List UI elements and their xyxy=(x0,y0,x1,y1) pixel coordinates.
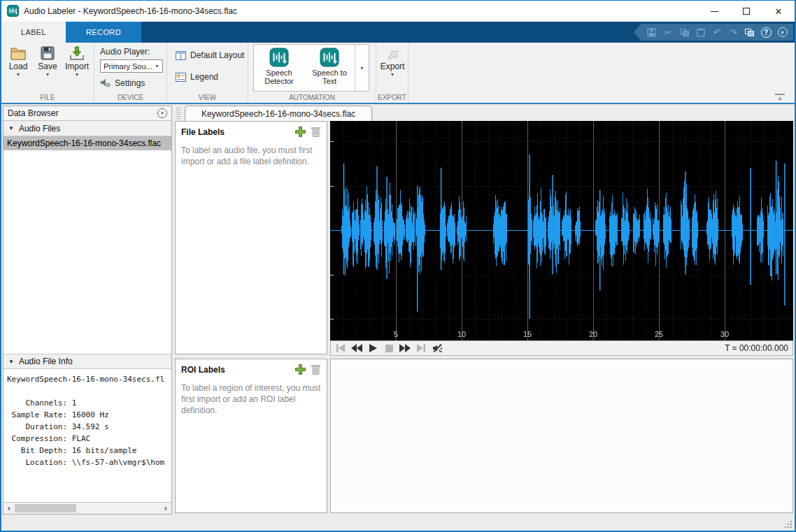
help-icon[interactable]: ? xyxy=(760,27,772,38)
ribbon: Load ▼ Save ▼ Import ▼ FILE Audio Player… xyxy=(1,43,795,103)
tab-record[interactable]: RECORD xyxy=(66,22,141,43)
copy-icon[interactable] xyxy=(678,27,690,38)
roi-labels-panel: ROI Labels To label a region of interest… xyxy=(175,359,327,513)
scrollbar-thumb[interactable] xyxy=(15,504,76,512)
audio-files-list: KeywordSpeech-16-16-mono-34secs.flac xyxy=(3,136,171,354)
export-button[interactable]: Export ▼ xyxy=(377,45,408,77)
save-icon[interactable] xyxy=(646,27,657,38)
window-resize-grip[interactable] xyxy=(784,520,793,529)
redo-icon[interactable]: ↷ xyxy=(727,27,739,38)
window-layout-icon[interactable] xyxy=(744,27,755,38)
roi-labels-title: ROI Labels xyxy=(181,365,225,375)
cut-icon[interactable]: ✂ xyxy=(662,27,674,38)
speech-detector-button[interactable]: Speech Detector xyxy=(254,45,304,91)
audio-player-label: Audio Player: xyxy=(100,47,150,57)
speech-to-text-label: Speech to Text xyxy=(312,69,347,85)
rewind-button[interactable] xyxy=(351,343,362,354)
gallery-caret-icon: ▼ xyxy=(360,66,364,71)
mute-button[interactable] xyxy=(432,343,443,354)
roi-labels-instruction: To label a region of interest, you must … xyxy=(176,375,327,423)
ribbon-group-device: Audio Player: Primary Sou... ▼ Settings … xyxy=(94,43,167,103)
add-file-label-icon[interactable] xyxy=(294,126,306,138)
ribbon-group-file: Load ▼ Save ▼ Import ▼ FILE xyxy=(1,43,94,103)
maximize-button[interactable] xyxy=(730,1,762,22)
undo-glyph: ↶ xyxy=(713,27,721,38)
file-labels-title: File Labels xyxy=(181,127,225,137)
audio-player-select[interactable]: Primary Sou... ▼ xyxy=(100,59,163,73)
playback-toolbar: T = 00:00:00.000 xyxy=(330,340,793,356)
waveform-panel: 51015202530 xyxy=(330,121,793,340)
audio-file-info-section-header[interactable]: ▼ Audio File Info xyxy=(3,354,171,369)
save-button[interactable]: Save ▼ xyxy=(32,45,63,77)
app-icon xyxy=(7,5,19,17)
rewind-icon xyxy=(351,344,362,352)
automation-gallery: Speech Detector Speech to Text ▼ xyxy=(253,44,369,92)
file-labels-instruction: To label an audio file, you must first i… xyxy=(176,138,327,174)
audio-file-list-item[interactable]: KeywordSpeech-16-16-mono-34secs.flac xyxy=(3,136,171,150)
file-labels-panel: File Labels To label an audio file, you … xyxy=(175,121,327,354)
audio-files-section-header[interactable]: ▼ Audio Files xyxy=(3,121,171,136)
document-tab-drag-handle[interactable] xyxy=(176,108,180,119)
document-tab[interactable]: KeywordSpeech-16-16-mono-34secs.flac xyxy=(185,106,372,121)
legend-button[interactable]: Legend xyxy=(176,72,218,82)
delete-file-label-icon[interactable] xyxy=(311,126,321,138)
fast-forward-button[interactable] xyxy=(399,343,411,354)
audio-file-info-text: KeywordSpeech-16-16-mono-34secs.fl Chann… xyxy=(3,369,171,473)
stop-button[interactable] xyxy=(383,343,395,354)
help-glyph: ? xyxy=(761,27,772,38)
automation-gallery-dropdown[interactable]: ▼ xyxy=(355,45,369,91)
export-icon xyxy=(384,45,401,61)
paste-icon[interactable] xyxy=(695,27,706,38)
file-group-caption: FILE xyxy=(1,94,94,101)
ribbon-group-view: Default Layout Legend VIEW xyxy=(167,43,248,103)
layout-icon xyxy=(176,51,186,60)
play-button[interactable] xyxy=(367,343,378,354)
skip-to-start-button[interactable] xyxy=(335,343,346,354)
redo-glyph: ↷ xyxy=(730,27,737,38)
import-button[interactable]: Import ▼ xyxy=(62,45,92,77)
speech-to-text-icon xyxy=(320,48,339,67)
skip-to-end-button[interactable] xyxy=(415,343,427,354)
audio-player-value: Primary Sou... xyxy=(104,62,152,71)
scroll-right-icon[interactable]: › xyxy=(161,503,171,514)
add-roi-label-icon[interactable] xyxy=(294,364,306,375)
import-caret-icon: ▼ xyxy=(75,72,80,77)
close-button[interactable]: ✕ xyxy=(762,1,795,22)
data-browser-menu-icon[interactable]: ▾ xyxy=(157,108,167,118)
delete-roi-label-icon[interactable] xyxy=(311,364,321,375)
collapse-triangle-icon: ▲ xyxy=(777,95,783,101)
import-label: Import xyxy=(65,62,89,71)
data-browser-panel: Data Browser ▾ ▼ Audio Files KeywordSpee… xyxy=(3,106,172,515)
load-button[interactable]: Load ▼ xyxy=(3,45,34,77)
minimize-button[interactable] xyxy=(698,1,730,22)
close-icon: ✕ xyxy=(775,6,783,17)
export-group-caption: EXPORT xyxy=(376,94,408,101)
save-label: Save xyxy=(38,62,57,71)
device-group-caption: DEVICE xyxy=(94,94,166,101)
minimize-icon xyxy=(711,11,718,12)
title-bar: Audio Labeler - KeywordSpeech-16-16-mono… xyxy=(1,1,795,22)
toolbar-more-icon[interactable]: ▾ xyxy=(777,27,788,38)
ribbon-tab-strip: LABEL RECORD ✂ ↶ ↷ ? ▾ xyxy=(1,22,795,43)
audio-files-collapse-icon: ▼ xyxy=(8,125,14,131)
info-horizontal-scrollbar[interactable]: ‹ › xyxy=(3,502,171,514)
audio-files-title: Audio Files xyxy=(19,124,60,134)
audio-player-caret-icon: ▼ xyxy=(155,64,159,69)
content-area: Data Browser ▾ ▼ Audio Files KeywordSpee… xyxy=(1,104,795,530)
scroll-left-icon[interactable]: ‹ xyxy=(4,503,14,514)
waveform-plot[interactable] xyxy=(330,121,793,340)
undo-icon[interactable]: ↶ xyxy=(711,27,723,38)
legend-icon xyxy=(176,73,186,82)
audio-labeler-window: Audio Labeler - KeywordSpeech-16-16-mono… xyxy=(0,0,796,532)
audio-file-info-title: Audio File Info xyxy=(19,357,73,366)
floppy-icon xyxy=(40,45,55,61)
speech-detector-icon xyxy=(269,48,289,67)
settings-button[interactable]: Settings xyxy=(100,78,145,88)
view-group-caption: VIEW xyxy=(167,94,248,101)
speech-to-text-button[interactable]: Speech to Text xyxy=(304,45,355,91)
export-label: Export xyxy=(381,62,405,71)
default-layout-button[interactable]: Default Layout xyxy=(176,50,244,60)
tab-label[interactable]: LABEL xyxy=(1,22,66,43)
mute-icon xyxy=(432,343,443,353)
collapse-ribbon-button[interactable]: ▲ xyxy=(775,94,785,100)
